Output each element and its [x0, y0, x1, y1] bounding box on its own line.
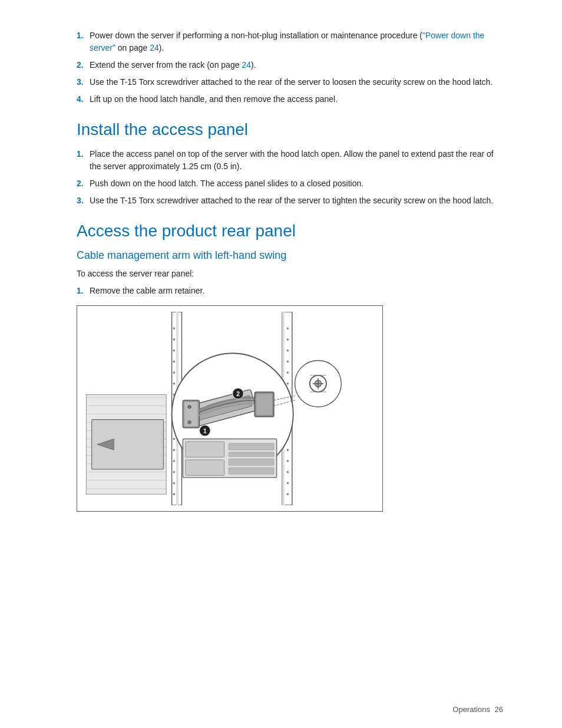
list-item: 1. Power down the server if performing a… [77, 29, 503, 54]
svg-point-8 [173, 383, 175, 385]
step-suffix: ). [251, 60, 256, 70]
remove-access-panel-list: 1. Power down the server if performing a… [77, 29, 503, 106]
svg-text:2: 2 [236, 391, 240, 397]
step-content: Push down on the hood latch. The access … [90, 177, 503, 190]
svg-point-35 [287, 482, 289, 484]
step-number: 3. [77, 76, 90, 88]
diagram-container: 1 2 [77, 305, 383, 512]
list-item: 3. Use the T-15 Torx screwdriver attache… [77, 76, 503, 88]
access-rear-panel-heading: Access the product rear panel [77, 221, 503, 241]
cable-arm-diagram: 1 2 [83, 312, 376, 505]
svg-point-5 [173, 349, 175, 351]
step-number: 2. [77, 59, 90, 71]
list-item: 1. Place the access panel on top of the … [77, 148, 503, 173]
svg-point-18 [173, 493, 175, 495]
list-item: 3. Use the T-15 Torx screwdriver attache… [77, 195, 503, 207]
svg-point-42 [188, 405, 191, 409]
step-content: Place the access panel on top of the ser… [90, 148, 503, 173]
step-number: 1. [77, 148, 90, 173]
svg-rect-50 [229, 452, 274, 456]
svg-point-33 [287, 460, 289, 462]
svg-point-32 [287, 449, 289, 451]
step-text-suffix: ). [159, 43, 164, 52]
svg-point-14 [173, 449, 175, 451]
step-text: Extend the server from the rack (on page [90, 60, 242, 70]
step-number: 3. [77, 195, 90, 207]
step-content: Lift up on the hood latch handle, and th… [90, 93, 503, 106]
install-access-panel-list: 1. Place the access panel on top of the … [77, 148, 503, 207]
access-rear-panel-list: 1. Remove the cable arm retainer. [77, 285, 503, 297]
step-content: Use the T-15 Torx screwdriver attached t… [90, 76, 503, 88]
svg-point-6 [173, 360, 175, 363]
list-item: 1. Remove the cable arm retainer. [77, 285, 503, 297]
svg-point-43 [188, 420, 191, 424]
page-link-1[interactable]: 24 [150, 43, 159, 52]
svg-rect-48 [186, 460, 224, 475]
svg-point-13 [173, 437, 175, 440]
page: 1. Power down the server if performing a… [0, 0, 562, 728]
svg-point-3 [173, 327, 175, 330]
step-text-prefix: Power down the server if performing a no… [90, 31, 422, 40]
svg-point-23 [287, 349, 289, 351]
step-number: 1. [77, 29, 90, 54]
svg-point-36 [287, 493, 289, 495]
svg-point-7 [173, 371, 175, 374]
footer-page-number: 26 [495, 705, 503, 714]
step-number: 4. [77, 93, 90, 106]
svg-rect-45 [256, 393, 272, 415]
list-item: 2. Extend the server from the rack (on p… [77, 59, 503, 71]
svg-rect-52 [229, 467, 274, 474]
step-number: 2. [77, 177, 90, 190]
svg-point-34 [287, 470, 289, 473]
svg-point-22 [287, 338, 289, 341]
page-link-2[interactable]: 24 [242, 60, 251, 70]
svg-point-25 [287, 371, 289, 374]
step-content: Remove the cable arm retainer. [90, 285, 503, 297]
svg-rect-47 [186, 442, 224, 457]
install-access-panel-heading: Install the access panel [77, 120, 503, 140]
svg-point-4 [173, 338, 175, 341]
step-content: Power down the server if performing a no… [90, 29, 503, 54]
svg-point-24 [287, 360, 289, 363]
footer-section-label: Operations [452, 705, 490, 714]
cable-management-arm-heading: Cable management arm with left-hand swin… [77, 249, 503, 262]
list-item: 4. Lift up on the hood latch handle, and… [77, 93, 503, 106]
step-text-mid: on page [115, 43, 150, 52]
step-content: Use the T-15 Torx screwdriver attached t… [90, 195, 503, 207]
svg-point-21 [287, 327, 289, 330]
svg-rect-51 [229, 459, 274, 465]
footer: Operations 26 [452, 705, 503, 714]
step-content: Extend the server from the rack (on page… [90, 59, 503, 71]
svg-rect-49 [229, 443, 274, 450]
svg-text:1: 1 [203, 428, 207, 434]
svg-point-26 [287, 383, 289, 385]
intro-text: To access the server rear panel: [77, 268, 503, 280]
step-number: 1. [77, 285, 90, 297]
svg-point-16 [173, 470, 175, 473]
svg-point-15 [173, 460, 175, 462]
list-item: 2. Push down on the hood latch. The acce… [77, 177, 503, 190]
svg-point-17 [173, 482, 175, 484]
